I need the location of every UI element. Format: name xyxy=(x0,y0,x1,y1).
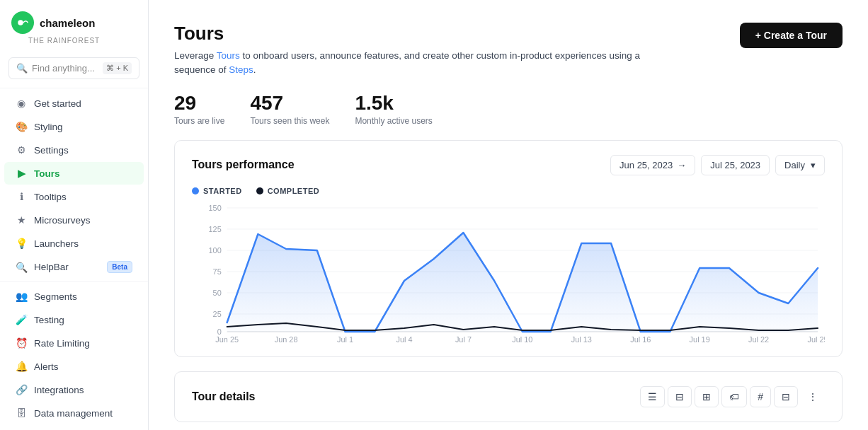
desc-prefix: Leverage xyxy=(174,50,217,61)
stat-item-1: 457 Tours seen this week xyxy=(250,92,329,126)
columns-button[interactable]: ⊟ xyxy=(774,386,798,407)
date-from-button[interactable]: Jun 25, 2023 → xyxy=(610,155,695,175)
logo: chameleon xyxy=(0,0,148,37)
beta-badge: Beta xyxy=(107,261,132,273)
integrations-icon: 🔗 xyxy=(16,384,27,395)
tag-icon: 🏷 xyxy=(729,391,739,402)
search-shortcut: ⌘ + K xyxy=(103,62,132,74)
stat-value-2: 1.5k xyxy=(355,92,432,115)
sidebar-item-integrations[interactable]: 🔗 Integrations xyxy=(4,378,144,401)
started-area xyxy=(227,233,818,332)
svg-text:Jun 25: Jun 25 xyxy=(215,335,239,342)
started-label: STARTED xyxy=(203,187,242,195)
performance-chart: 150 125 100 75 50 25 0 xyxy=(192,201,825,342)
page-title: Tours xyxy=(174,23,670,45)
search-icon: 🔍 xyxy=(16,63,28,74)
tag-button[interactable]: 🏷 xyxy=(721,386,747,407)
stats-row: 29 Tours are live 457 Tours seen this we… xyxy=(174,92,843,126)
chevron-down-icon: ▾ xyxy=(811,160,816,170)
sidebar-item-launchers[interactable]: 💡 Launchers xyxy=(4,232,144,255)
stat-value-1: 457 xyxy=(250,92,329,115)
title-area: Tours Leverage Tours to onboard users, a… xyxy=(174,23,670,78)
sidebar-item-tours[interactable]: ▶ Tours xyxy=(4,162,144,185)
interval-dropdown[interactable]: Daily ▾ xyxy=(775,155,825,175)
tooltips-icon: ℹ xyxy=(16,191,27,202)
svg-point-0 xyxy=(18,20,23,25)
search-bar[interactable]: 🔍 Find anything... ⌘ + K xyxy=(8,57,139,79)
main-content: Tours Leverage Tours to onboard users, a… xyxy=(149,0,868,430)
date-to-label: Jul 25, 2023 xyxy=(710,160,760,170)
sidebar-item-alerts[interactable]: 🔔 Alerts xyxy=(4,355,144,378)
data-management-icon: 🗄 xyxy=(16,407,27,419)
sidebar-item-data-management[interactable]: 🗄 Data management xyxy=(4,402,144,424)
stat-label-2: Monthly active users xyxy=(355,116,432,126)
sidebar-label-helpbar: HelpBar xyxy=(34,262,69,272)
stat-item-2: 1.5k Monthly active users xyxy=(355,92,432,126)
performance-controls: Jun 25, 2023 → Jul 25, 2023 Daily ▾ xyxy=(610,155,825,175)
hash-icon: # xyxy=(758,391,763,402)
svg-text:125: 125 xyxy=(209,224,222,233)
alerts-icon: 🔔 xyxy=(16,361,27,372)
svg-text:Jul 4: Jul 4 xyxy=(396,335,412,342)
create-tour-button[interactable]: + Create a Tour xyxy=(740,23,843,48)
sidebar-label-launchers: Launchers xyxy=(34,238,79,249)
sidebar-item-settings[interactable]: ⚙ Settings xyxy=(4,139,144,161)
sidebar-item-rate-limiting[interactable]: ⏰ Rate Limiting xyxy=(4,332,144,354)
legend-started: STARTED xyxy=(192,187,242,195)
settings-icon: ⚙ xyxy=(16,144,27,156)
stat-value-0: 29 xyxy=(174,92,224,115)
svg-text:Jul 1: Jul 1 xyxy=(337,335,353,342)
arrow-icon: → xyxy=(677,160,686,170)
launchers-icon: 💡 xyxy=(16,238,27,249)
interval-label: Daily xyxy=(784,160,805,170)
svg-text:Jul 22: Jul 22 xyxy=(748,335,769,342)
logo-icon xyxy=(11,11,34,34)
desc-link-tours[interactable]: Tours xyxy=(217,50,240,61)
list-icon: ☰ xyxy=(648,391,657,402)
stat-label-0: Tours are live xyxy=(174,116,224,126)
sidebar-item-helpbar[interactable]: 🔍 HelpBar Beta xyxy=(4,255,144,279)
desc-suffix: . xyxy=(253,64,256,75)
details-title: Tour details xyxy=(192,390,256,403)
hash-button[interactable]: # xyxy=(750,386,771,407)
completed-label: COMPLETED xyxy=(268,187,320,195)
segments-icon: 👥 xyxy=(16,291,27,302)
sidebar-item-tooltips[interactable]: ℹ Tooltips xyxy=(4,185,144,208)
performance-title: Tours performance xyxy=(192,158,295,171)
sidebar-item-testing[interactable]: 🧪 Testing xyxy=(4,308,144,331)
details-actions: ☰ ⊟ ⊞ 🏷 # ⊟ xyxy=(640,386,825,407)
brand-subtitle: THE RAINFOREST xyxy=(0,37,148,45)
search-placeholder: Find anything... xyxy=(32,63,95,74)
helpbar-icon: 🔍 xyxy=(16,262,27,273)
desc-link-steps[interactable]: Steps xyxy=(229,64,253,75)
rate-limiting-icon: ⏰ xyxy=(16,337,27,349)
microsurveys-icon: ★ xyxy=(16,214,27,226)
started-dot xyxy=(192,187,199,194)
divider xyxy=(0,281,148,282)
more-icon: ⋮ xyxy=(808,391,818,402)
svg-text:150: 150 xyxy=(209,203,222,211)
svg-text:100: 100 xyxy=(209,245,222,254)
image-view-button[interactable]: ⊟ xyxy=(668,386,692,407)
list-view-button[interactable]: ☰ xyxy=(640,386,665,407)
svg-text:Jul 10: Jul 10 xyxy=(512,335,532,342)
sidebar-item-get-started[interactable]: ◉ Get started xyxy=(4,92,144,115)
sidebar-label-styling: Styling xyxy=(34,122,63,132)
details-header: Tour details ☰ ⊟ ⊞ 🏷 # xyxy=(192,386,825,407)
sidebar-label-segments: Segments xyxy=(34,291,77,302)
svg-text:Jun 28: Jun 28 xyxy=(275,335,298,342)
page-header: Tours Leverage Tours to onboard users, a… xyxy=(174,23,843,78)
tours-icon: ▶ xyxy=(16,168,27,179)
svg-text:25: 25 xyxy=(213,309,222,318)
chart-container: 150 125 100 75 50 25 0 xyxy=(192,201,825,342)
date-to-button[interactable]: Jul 25, 2023 xyxy=(701,155,770,175)
sidebar-item-microsurveys[interactable]: ★ Microsurveys xyxy=(4,209,144,231)
grid-view-button[interactable]: ⊞ xyxy=(695,386,719,407)
svg-text:Jul 16: Jul 16 xyxy=(630,335,651,342)
sidebar-item-styling[interactable]: 🎨 Styling xyxy=(4,115,144,138)
image-icon: ⊟ xyxy=(675,391,684,402)
sidebar-item-segments[interactable]: 👥 Segments xyxy=(4,285,144,308)
sidebar-label-data-management: Data management xyxy=(34,408,113,419)
more-options-button[interactable]: ⋮ xyxy=(801,386,825,407)
sidebar-label-tooltips: Tooltips xyxy=(34,192,67,202)
